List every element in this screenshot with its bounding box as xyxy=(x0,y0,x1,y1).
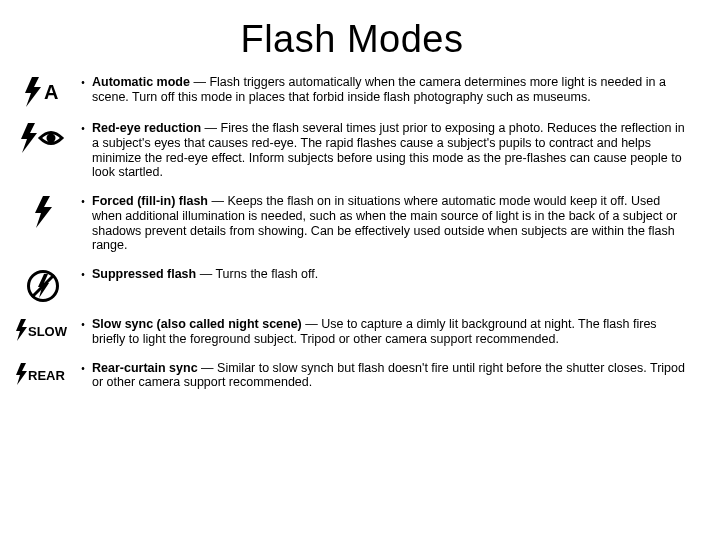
flash-rear-icon: REAR xyxy=(14,363,72,385)
mode-icon-redeye xyxy=(12,121,74,153)
svg-marker-1 xyxy=(21,123,37,153)
mode-name: Suppressed flash xyxy=(92,267,196,281)
mode-text: Rear-curtain sync — Similar to slow sync… xyxy=(92,361,692,391)
mode-icon-auto: A xyxy=(12,75,74,107)
mode-text: Slow sync (also called night scene) — Us… xyxy=(92,317,692,347)
bullet-icon: • xyxy=(74,75,92,90)
icon-label-slow: SLOW xyxy=(28,324,68,339)
list-item: • Red-eye reduction — Fires the flash se… xyxy=(12,121,692,180)
bullet-icon: • xyxy=(74,361,92,376)
flash-redeye-icon xyxy=(18,123,68,153)
mode-list: A • Automatic mode — Flash triggers auto… xyxy=(12,75,692,390)
flash-bolt-icon: A xyxy=(22,77,64,107)
mode-desc: — Turns the flash off. xyxy=(196,267,318,281)
list-item: SLOW • Slow sync (also called night scen… xyxy=(12,317,692,347)
mode-name: Red-eye reduction xyxy=(92,121,201,135)
list-item: A • Automatic mode — Flash triggers auto… xyxy=(12,75,692,107)
mode-text: Suppressed flash — Turns the flash off. xyxy=(92,267,692,282)
flash-off-icon xyxy=(26,269,60,303)
mode-icon-forced xyxy=(12,194,74,228)
svg-marker-3 xyxy=(35,196,52,228)
list-item: REAR • Rear-curtain sync — Similar to sl… xyxy=(12,361,692,391)
bullet-icon: • xyxy=(74,267,92,282)
icon-letter-a: A xyxy=(44,81,58,103)
svg-marker-0 xyxy=(25,77,41,107)
svg-marker-8 xyxy=(16,363,27,385)
page-title: Flash Modes xyxy=(12,18,692,61)
mode-icon-slow: SLOW xyxy=(12,317,74,341)
svg-marker-7 xyxy=(16,319,27,341)
icon-label-rear: REAR xyxy=(28,368,65,383)
mode-name: Forced (fill-in) flash xyxy=(92,194,208,208)
bullet-icon: • xyxy=(74,317,92,332)
mode-name: Slow sync (also called night scene) xyxy=(92,317,302,331)
mode-text: Automatic mode — Flash triggers automati… xyxy=(92,75,692,105)
svg-point-2 xyxy=(47,134,56,143)
mode-name: Automatic mode xyxy=(92,75,190,89)
mode-icon-suppressed xyxy=(12,267,74,303)
flash-bolt-icon xyxy=(31,196,55,228)
bullet-icon: • xyxy=(74,121,92,136)
list-item: • Suppressed flash — Turns the flash off… xyxy=(12,267,692,303)
bullet-icon: • xyxy=(74,194,92,209)
flash-slow-icon: SLOW xyxy=(14,319,72,341)
mode-icon-rear: REAR xyxy=(12,361,74,385)
mode-name: Rear-curtain sync xyxy=(92,361,198,375)
mode-text: Red-eye reduction — Fires the flash seve… xyxy=(92,121,692,180)
list-item: • Forced (fill-in) flash — Keeps the fla… xyxy=(12,194,692,253)
mode-text: Forced (fill-in) flash — Keeps the flash… xyxy=(92,194,692,253)
slide: Flash Modes A • Automatic mode — Flash t… xyxy=(0,0,720,540)
